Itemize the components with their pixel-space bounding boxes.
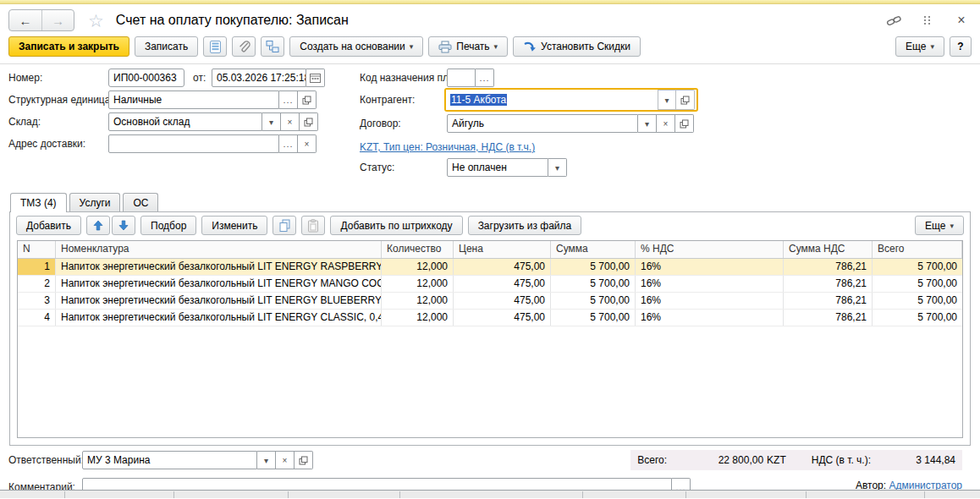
- contract-field[interactable]: Айгуль: [447, 114, 638, 133]
- table-more-button[interactable]: Еще▾: [915, 216, 964, 235]
- price-type-link[interactable]: KZT, Тип цен: Розничная, НДС (в т.ч.): [360, 141, 535, 153]
- print-button[interactable]: Печать▾: [428, 36, 508, 57]
- choose-ellipsis-button[interactable]: ...: [279, 90, 298, 109]
- open-form-icon[interactable]: [300, 112, 318, 131]
- chevron-down-icon[interactable]: ▾: [638, 114, 657, 133]
- choose-ellipsis-button[interactable]: ...: [476, 69, 494, 87]
- copy-button[interactable]: [273, 216, 296, 235]
- chevron-down-icon: ▾: [950, 222, 954, 230]
- move-up-button[interactable]: [86, 216, 110, 235]
- date-field[interactable]: 05.03.2026 17:25:18: [212, 69, 306, 87]
- help-button[interactable]: ?: [950, 36, 972, 57]
- save-button[interactable]: Записать: [135, 36, 198, 57]
- clear-icon[interactable]: ×: [281, 112, 300, 131]
- table-empty-area: [18, 326, 962, 437]
- column-header-sum[interactable]: Сумма: [551, 241, 636, 258]
- vat-total-label: НДС (в т. ч.):: [812, 454, 871, 466]
- currency-code: KZT: [767, 454, 786, 466]
- payment-code-field-group: ...: [447, 69, 494, 87]
- structural-unit-field[interactable]: Наличные: [108, 90, 279, 109]
- add-by-barcode-button[interactable]: Добавить по штрихкоду: [330, 216, 462, 235]
- vat-total-value: 3 144,84: [874, 454, 955, 466]
- counterparty-field[interactable]: 11-5 Акбота: [446, 90, 658, 110]
- open-form-icon[interactable]: [676, 90, 695, 110]
- column-header-total[interactable]: Всего: [873, 241, 962, 258]
- items-panel: Добавить Подбор Изменить Добавить по штр…: [9, 211, 971, 446]
- open-form-icon[interactable]: [675, 114, 694, 133]
- chevron-down-icon: ▾: [930, 42, 934, 51]
- tab-os[interactable]: ОС: [123, 193, 158, 211]
- calendar-icon[interactable]: [306, 69, 325, 87]
- delivery-address-label: Адрес доставки:: [8, 134, 85, 153]
- clear-icon[interactable]: ×: [657, 114, 675, 133]
- back-arrow-icon: ←: [19, 14, 32, 28]
- save-and-close-button[interactable]: Записать и закрыть: [8, 36, 129, 57]
- more-button[interactable]: Еще▾: [895, 36, 944, 57]
- warehouse-label: Склад:: [8, 112, 41, 131]
- table-row[interactable]: 3 Напиток энергетический безалкогольный …: [18, 293, 962, 310]
- close-icon[interactable]: ×: [953, 12, 970, 29]
- clear-icon[interactable]: ×: [276, 451, 295, 469]
- move-down-button[interactable]: [112, 216, 135, 235]
- favorite-star-icon[interactable]: ☆: [88, 12, 104, 30]
- clear-icon[interactable]: ×: [298, 134, 317, 153]
- chevron-down-icon[interactable]: ▾: [548, 158, 567, 177]
- date-field-group: 05.03.2026 17:25:18: [212, 69, 325, 87]
- delivery-address-field[interactable]: [108, 134, 279, 153]
- load-from-file-button[interactable]: Загрузить из файла: [468, 216, 582, 235]
- invoice-window: ← → ☆ Счет на оплату покупателю: Записан…: [0, 0, 980, 498]
- structural-unit-field-group: Наличные ...: [108, 90, 317, 109]
- back-button[interactable]: ←: [9, 10, 41, 30]
- status-field[interactable]: Не оплачен: [447, 158, 548, 177]
- table-row[interactable]: 1 Напиток энергетический безалкогольный …: [18, 259, 962, 276]
- nav-history-group: ← →: [8, 9, 74, 31]
- background-panel-strip: [0, 490, 980, 498]
- register-lines-icon: [210, 41, 221, 53]
- chevron-down-icon[interactable]: ▾: [257, 451, 276, 469]
- edit-button[interactable]: Изменить: [201, 216, 267, 235]
- add-row-button[interactable]: Добавить: [16, 216, 81, 235]
- table-row[interactable]: 4 Напиток энергетический безалкогольный …: [18, 310, 962, 326]
- link-icon[interactable]: [885, 12, 902, 29]
- tab-services[interactable]: Услуги: [69, 193, 121, 211]
- chevron-down-icon[interactable]: ▾: [262, 112, 281, 131]
- create-based-on-button[interactable]: Создать на основании▾: [289, 36, 423, 57]
- total-value: 22 800,00: [670, 454, 763, 466]
- paste-button[interactable]: [301, 216, 325, 235]
- document-register-button[interactable]: [203, 36, 227, 57]
- set-discounts-button[interactable]: Установить Скидки: [513, 36, 641, 57]
- number-label: Номер:: [8, 69, 42, 87]
- structural-unit-label: Структурная единица:: [8, 90, 113, 109]
- attachments-button[interactable]: [232, 36, 256, 57]
- column-header-vat-sum[interactable]: Сумма НДС: [784, 241, 873, 258]
- choose-ellipsis-button[interactable]: ...: [279, 134, 298, 153]
- delivery-address-field-group: ... ×: [108, 134, 317, 153]
- contract-label: Договор:: [360, 114, 401, 133]
- status-field-group: Не оплачен ▾: [447, 158, 567, 177]
- document-footer: Ответственный: МУ 3 Марина ▾ × Всего: 22…: [0, 446, 980, 498]
- total-label: Всего:: [637, 454, 667, 466]
- number-field-group: ИП00-000363: [108, 69, 184, 87]
- column-header-price[interactable]: Цена: [454, 241, 551, 258]
- open-form-icon[interactable]: [295, 451, 313, 469]
- responsible-field[interactable]: МУ 3 Марина: [82, 451, 257, 469]
- column-header-nomenclature[interactable]: Номенклатура: [56, 241, 382, 258]
- forward-arrow-icon: →: [52, 14, 64, 28]
- contract-field-group: Айгуль ▾ ×: [447, 114, 694, 133]
- pick-button[interactable]: Подбор: [140, 216, 196, 235]
- tab-tmz[interactable]: ТМЗ (4): [10, 193, 67, 212]
- more-menu-icon[interactable]: [919, 12, 936, 29]
- open-form-icon[interactable]: [298, 90, 317, 109]
- payment-code-field[interactable]: [447, 69, 476, 87]
- table-row[interactable]: 2 Напиток энергетический безалкогольный …: [18, 276, 962, 293]
- column-header-quantity[interactable]: Количество: [382, 241, 454, 258]
- warehouse-field-group: Основной склад ▾ ×: [108, 112, 318, 131]
- number-field[interactable]: ИП00-000363: [108, 69, 184, 87]
- column-header-vat-percent[interactable]: % НДС: [636, 241, 784, 258]
- warehouse-field[interactable]: Основной склад: [108, 112, 262, 131]
- chevron-down-icon[interactable]: ▾: [658, 90, 676, 110]
- forward-button[interactable]: →: [41, 10, 74, 30]
- column-header-n[interactable]: N: [18, 241, 56, 258]
- paperclip-icon: [238, 41, 251, 53]
- related-documents-button[interactable]: [261, 36, 284, 57]
